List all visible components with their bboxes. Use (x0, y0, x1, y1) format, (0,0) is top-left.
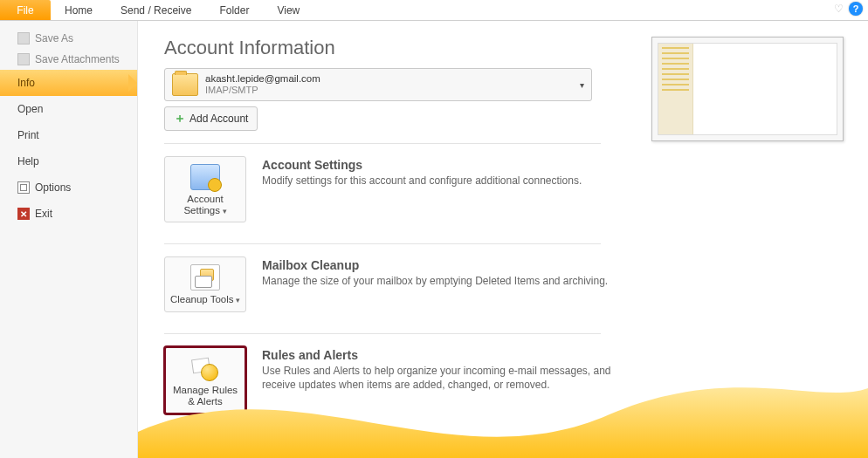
sidebar-label: Open (17, 103, 43, 115)
add-account-label: Add Account (189, 113, 248, 125)
manage-rules-button[interactable]: Manage Rules & Alerts (164, 346, 246, 414)
divider (164, 243, 601, 244)
sidebar-exit[interactable]: ✕ Exit (0, 201, 137, 227)
account-settings-icon (190, 164, 220, 190)
divider (164, 143, 601, 144)
options-icon (17, 181, 30, 194)
section-title: Mailbox Cleanup (262, 258, 618, 272)
exit-icon: ✕ (17, 208, 30, 220)
help-icon[interactable]: ? (849, 2, 863, 16)
plus-icon: ＋ (174, 111, 186, 126)
attachment-icon (17, 53, 30, 65)
tab-view[interactable]: View (263, 0, 313, 20)
account-selector[interactable]: akasht.lepide@gmail.com IMAP/SMTP ▾ (164, 68, 592, 101)
account-settings-button[interactable]: Account Settings ▾ (164, 156, 246, 222)
sidebar-label: Options (35, 181, 71, 194)
divider (164, 333, 601, 334)
account-email: akasht.lepide@gmail.com (205, 73, 320, 85)
section-rules-alerts: Manage Rules & Alerts Rules and Alerts U… (164, 341, 618, 423)
sidebar-label: Save Attachments (35, 53, 120, 65)
folder-icon (172, 73, 198, 96)
heart-icon: ♡ (834, 3, 844, 15)
sidebar-help[interactable]: Help (0, 148, 137, 174)
rules-icon (190, 355, 220, 381)
sidebar-label: Info (17, 77, 35, 89)
section-title: Rules and Alerts (262, 348, 618, 362)
tab-home[interactable]: Home (51, 0, 107, 20)
sidebar-save-attachments[interactable]: Save Attachments (0, 49, 137, 70)
cleanup-tools-button[interactable]: Cleanup Tools ▾ (164, 256, 246, 311)
section-account-settings: Account Settings ▾ Account Settings Modi… (164, 151, 618, 231)
cleanup-icon (190, 264, 220, 291)
sidebar-label: Exit (35, 208, 52, 220)
sidebar-label: Print (17, 129, 39, 141)
tab-folder[interactable]: Folder (205, 0, 263, 20)
save-icon (17, 32, 30, 44)
section-mailbox-cleanup: Cleanup Tools ▾ Mailbox Cleanup Manage t… (164, 251, 618, 320)
backstage-content: Account Information akasht.lepide@gmail.… (138, 21, 868, 458)
tab-file[interactable]: File (0, 0, 51, 20)
sidebar-open[interactable]: Open (0, 96, 137, 122)
print-preview-thumbnail (651, 37, 844, 141)
backstage-sidebar: Save As Save Attachments Info Open Print… (0, 21, 138, 458)
sidebar-label: Help (17, 155, 39, 167)
section-title: Account Settings (262, 158, 618, 172)
section-desc: Use Rules and Alerts to help organize yo… (262, 364, 618, 392)
sidebar-print[interactable]: Print (0, 122, 137, 148)
section-desc: Manage the size of your mailbox by empty… (262, 274, 618, 288)
sidebar-options[interactable]: Options (0, 174, 137, 201)
sidebar-info[interactable]: Info (0, 70, 137, 96)
chevron-down-icon: ▾ (580, 80, 584, 90)
tab-send-receive[interactable]: Send / Receive (107, 0, 205, 20)
sidebar-save-as[interactable]: Save As (0, 28, 137, 49)
account-type: IMAP/SMTP (205, 85, 320, 96)
add-account-button[interactable]: ＋ Add Account (164, 106, 258, 131)
sidebar-label: Save As (35, 32, 73, 44)
section-desc: Modify settings for this account and con… (262, 174, 618, 188)
ribbon: File Home Send / Receive Folder View ♡ ? (0, 0, 868, 21)
